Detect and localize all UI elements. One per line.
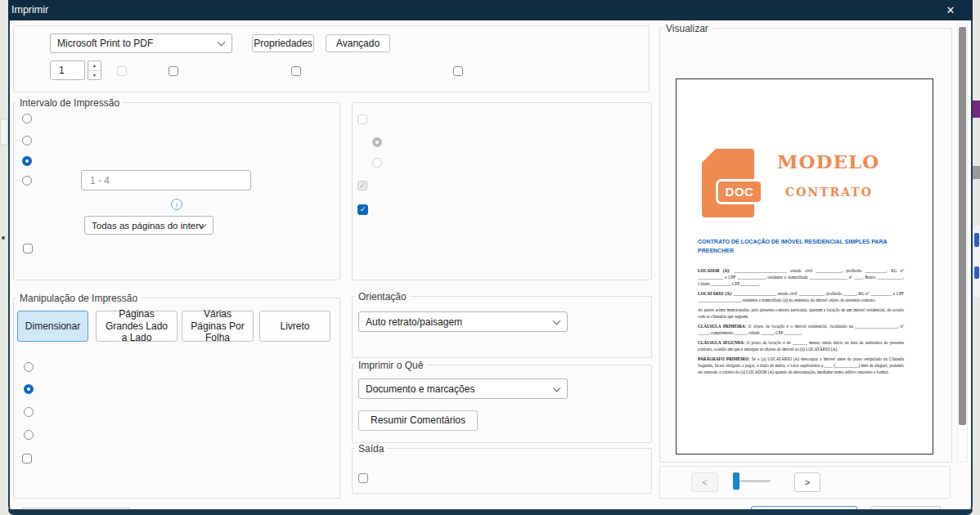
contract-paragraph: CLÁUSULA SEGUNDA: O prazo da locação é d… — [698, 340, 904, 353]
print-range-legend: Intervalo de Impressão — [16, 97, 123, 109]
scale-none-radio[interactable] — [24, 362, 34, 372]
show-marks-checkbox[interactable] — [453, 66, 463, 76]
paper-source-checkbox[interactable] — [22, 454, 32, 464]
print-range-group — [13, 102, 340, 280]
reverse-pages-checkbox[interactable] — [23, 244, 33, 253]
info-icon[interactable]: i — [171, 199, 182, 210]
flip-horizontal-radio — [372, 158, 382, 168]
orientation-value: Auto retrato/paisagem — [366, 316, 462, 328]
fit-margins-radio[interactable] — [24, 384, 34, 394]
next-page-button[interactable]: > — [794, 472, 820, 492]
custom-scale-radio[interactable] — [24, 430, 34, 440]
copies-stepper[interactable]: ▲ ▼ — [88, 60, 101, 80]
pages-range-input[interactable] — [81, 170, 251, 190]
output-group — [352, 448, 652, 494]
advanced-button[interactable]: Avançado — [326, 34, 390, 52]
contract-paragraph: LOCADOR (A): _________________________ e… — [698, 268, 904, 287]
flip-vertical-radio — [372, 137, 382, 147]
print-what-legend: Imprimir o Quê — [355, 360, 426, 371]
background-app-left-panel — [0, 119, 8, 146]
preview-page — [676, 78, 933, 455]
pages-radio[interactable] — [22, 176, 32, 186]
check-icon: ✓ — [359, 182, 366, 190]
auto-center-checkbox[interactable]: ✓ — [357, 204, 368, 215]
printer-name-select[interactable]: Microsoft Print to PDF — [50, 34, 232, 53]
properties-button[interactable]: Propriedades — [252, 34, 314, 52]
printer-name-value: Microsoft Print to PDF — [57, 38, 153, 49]
prev-page-button: < — [691, 472, 718, 492]
check-icon: ✓ — [360, 206, 366, 213]
shrink-margins-radio[interactable] — [24, 407, 34, 417]
background-app-left-dot — [2, 236, 5, 240]
print-what-select[interactable]: Documento e marcações — [358, 378, 568, 399]
tab-dimensionar[interactable]: Dimensionar — [17, 311, 88, 342]
copies-input[interactable] — [50, 60, 85, 80]
print-as-image-checkbox[interactable] — [291, 66, 301, 76]
background-app-purple-bar — [973, 101, 980, 118]
chevron-down-icon — [553, 383, 561, 392]
collate-checkbox — [117, 66, 127, 76]
current-view-radio[interactable] — [22, 114, 32, 123]
all-pages-radio[interactable] — [22, 156, 32, 166]
contract-paragraph: CLÁUSULA PRIMEIRA: O objeto de locação é… — [698, 324, 904, 337]
close-icon[interactable]: ✕ — [942, 2, 959, 18]
grayscale-checkbox[interactable] — [169, 66, 178, 76]
print-what-group — [352, 365, 652, 443]
subset-select[interactable]: Todas as páginas do interv — [84, 216, 214, 235]
orientation-legend: Orientação — [355, 291, 410, 302]
orientation-select[interactable]: Auto retrato/paisagem — [358, 311, 568, 332]
auto-rotate-checkbox: ✓ — [357, 181, 367, 190]
chevron-down-icon — [218, 38, 226, 47]
contract-title-modelo: MODELO — [777, 150, 879, 172]
current-page-radio[interactable] — [22, 136, 32, 146]
summarize-comments-button[interactable]: Resumir Comentários — [358, 410, 478, 431]
tab-livreto[interactable]: Livreto — [259, 311, 330, 342]
dialog-title: Imprimir — [11, 4, 48, 16]
dialog-bottom-edge — [8, 509, 973, 515]
overprint-checkbox[interactable] — [358, 473, 368, 483]
page-handling-legend: Manipulação de Impressão — [16, 293, 141, 304]
contract-subtitle: CONTRATO DE LOCAÇÃO DE IMÓVEL RESIDENCIA… — [698, 238, 892, 256]
doc-icon-notch — [702, 149, 716, 163]
page-slider-thumb[interactable] — [733, 472, 739, 490]
contract-paragraph: As partes acima mencionadas, pelo presen… — [698, 307, 904, 320]
page-slider-track[interactable] — [739, 480, 771, 482]
duplex-group — [352, 102, 652, 280]
both-sides-checkbox — [357, 114, 367, 124]
spin-down-icon[interactable]: ▼ — [88, 71, 101, 80]
doc-icon-badge: DOC — [716, 179, 763, 204]
contract-title-contrato: CONTRATO — [785, 186, 873, 199]
dialog-titlebar — [8, 0, 973, 20]
output-legend: Saída — [355, 443, 387, 455]
contract-body: LOCADOR (A): _________________________ e… — [698, 268, 904, 379]
dialog-scrollbar-thumb[interactable] — [959, 27, 966, 425]
doc-file-icon: DOC — [702, 149, 754, 217]
contract-paragraph: LOCATÁRIO (A): ____________________ esta… — [698, 291, 904, 304]
subset-value: Todas as páginas do interv — [92, 221, 204, 231]
print-dialog-screen: Imprimir ✕ Nome: Microsoft Print to PDF … — [0, 0, 980, 515]
tab-paginas-grandes[interactable]: Páginas Grandes Lado a Lado — [96, 311, 178, 342]
background-app-blue-icon — [974, 266, 979, 279]
spin-up-icon[interactable]: ▲ — [88, 61, 101, 71]
background-app-blue-icon — [974, 233, 979, 247]
print-what-value: Documento e marcações — [366, 383, 474, 395]
preview-legend: Visualizar — [663, 23, 712, 34]
contract-paragraph: PARÁGRAFO PRIMEIRO: Se o (a) LOCATÁRIO (… — [698, 356, 904, 375]
chevron-down-icon — [553, 316, 561, 325]
tab-varias-paginas[interactable]: Várias Páginas Por Folha — [182, 311, 254, 342]
background-app-gray-bar — [973, 166, 980, 179]
